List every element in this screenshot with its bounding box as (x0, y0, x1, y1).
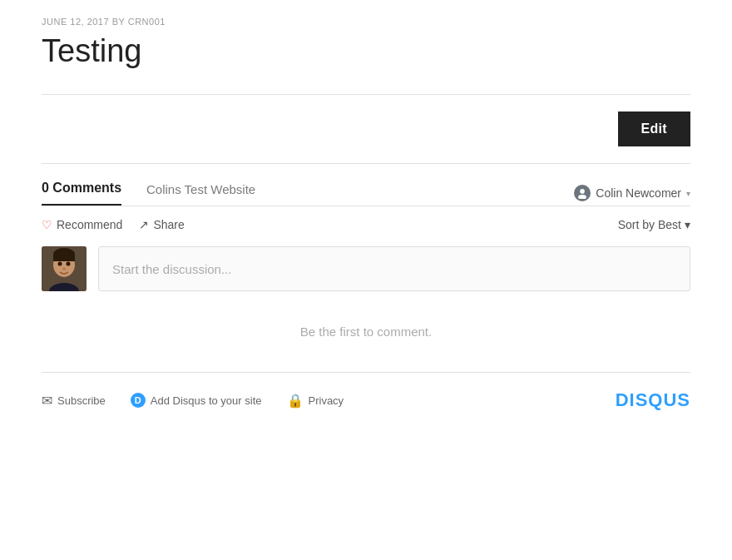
lock-icon: 🔒 (287, 393, 304, 409)
tab-comments[interactable]: 0 Comments (42, 181, 121, 206)
envelope-icon: ✉ (42, 393, 52, 409)
post-title: Testing (42, 33, 690, 69)
discussion-input[interactable]: Start the discussion... (98, 246, 690, 291)
subscribe-label: Subscribe (57, 394, 106, 407)
disqus-actions: ♡ Recommend ↗ Share Sort by Best ▾ (42, 218, 690, 231)
subscribe-button[interactable]: ✉ Subscribe (42, 393, 106, 409)
edit-row: Edit (42, 112, 690, 146)
post-meta: JUNE 12, 2017 BY CRN001 (42, 17, 690, 27)
recommend-label: Recommend (57, 218, 122, 231)
heart-icon: ♡ (42, 218, 52, 231)
sort-chevron-icon: ▾ (685, 218, 690, 231)
comment-input-row: Start the discussion... (42, 246, 690, 291)
disqus-footer: ✉ Subscribe D Add Disqus to your site 🔒 … (42, 372, 690, 411)
privacy-button[interactable]: 🔒 Privacy (287, 393, 344, 409)
avatar (42, 246, 87, 291)
svg-point-7 (67, 262, 71, 266)
discussion-placeholder: Start the discussion... (112, 262, 231, 276)
user-info[interactable]: Colin Newcomer ▾ (574, 185, 690, 201)
svg-point-6 (58, 262, 62, 266)
disqus-section: 0 Comments Colins Test Website Colin New… (42, 163, 690, 411)
disqus-d-icon: D (131, 393, 146, 408)
user-chevron-icon: ▾ (686, 189, 690, 198)
user-name-label: Colin Newcomer (596, 186, 681, 200)
svg-point-0 (580, 189, 585, 194)
edit-button[interactable]: Edit (618, 112, 690, 146)
tab-site[interactable]: Colins Test Website (146, 182, 255, 205)
share-button[interactable]: ↗ Share (139, 218, 184, 231)
svg-rect-5 (53, 255, 75, 261)
sort-by-button[interactable]: Sort by Best ▾ (618, 218, 690, 231)
add-disqus-button[interactable]: D Add Disqus to your site (131, 393, 262, 408)
sort-label: Sort by Best (618, 218, 681, 231)
user-bubble-icon (574, 185, 591, 201)
privacy-label: Privacy (309, 394, 344, 407)
recommend-button[interactable]: ♡ Recommend (42, 218, 122, 231)
svg-point-1 (578, 195, 586, 199)
disqus-tabs: 0 Comments Colins Test Website Colin New… (42, 181, 690, 206)
disqus-brand: DISQUS (616, 389, 690, 411)
svg-point-8 (62, 268, 66, 270)
add-disqus-label: Add Disqus to your site (151, 394, 262, 407)
share-label: Share (153, 218, 184, 231)
first-comment-text: Be the first to comment. (42, 325, 690, 339)
share-icon: ↗ (139, 218, 149, 231)
title-divider (42, 94, 690, 95)
